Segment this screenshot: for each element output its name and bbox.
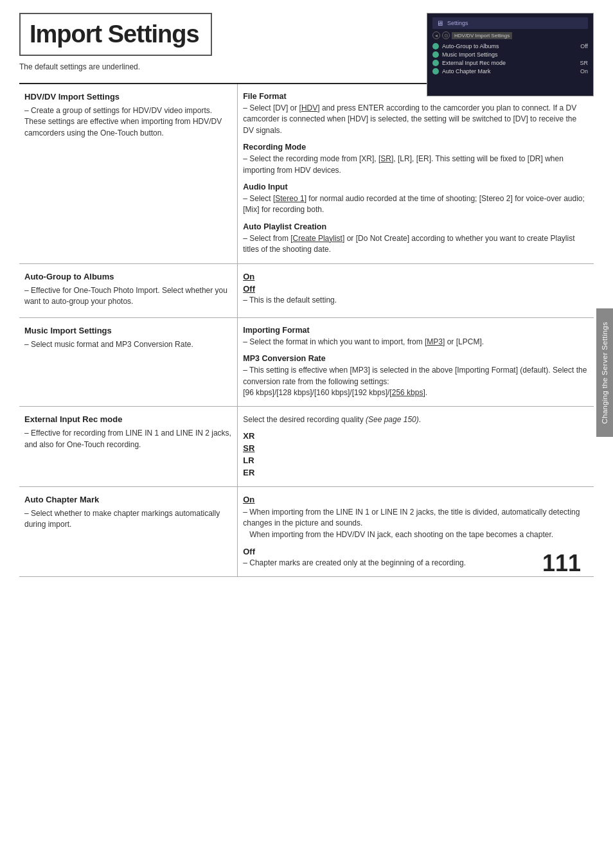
thumb-row-1: Music Import Settings: [432, 51, 588, 58]
option-xr: XR: [243, 431, 589, 441]
col-right-chapter: On – When importing from the LINE IN 1 o…: [238, 486, 594, 577]
option-sr: SR: [243, 443, 589, 453]
thumb-row-2: External Input Rec mode SR: [432, 60, 588, 66]
auto-playlist-body: – Select from [Create Playlist] or [Do N…: [243, 233, 589, 256]
page-number: 111: [542, 550, 581, 577]
side-tab: Changing the Server Settings: [596, 308, 613, 437]
option-on-label: On: [243, 272, 589, 281]
chapter-on-body: – When importing from the LINE IN 1 or L…: [243, 507, 589, 540]
thumb-row-3: Auto Chapter Mark On: [432, 68, 588, 75]
thumb-row-label-0: Auto-Group to Albums: [442, 43, 569, 49]
audio-input-heading: Audio Input: [243, 182, 589, 191]
auto-group-heading: Auto-Group to Albums: [24, 272, 232, 281]
thumb-row-icon-2: [432, 60, 439, 66]
thumb-row-value-3: On: [569, 68, 588, 75]
file-format-body: – Select [DV] or [HDV] and press ENTER a…: [243, 103, 589, 136]
ext-body: – Effective for recording from LINE IN 1…: [24, 428, 232, 450]
thumb-row-0: Auto-Group to Albums Off: [432, 43, 588, 49]
thumb-row-value-2: SR: [569, 60, 588, 66]
thumb-nav: ◂ ⊙ HDV/DV Import Settings: [432, 31, 588, 39]
mp3-rate-heading: MP3 Conversion Rate: [243, 354, 589, 363]
col-left-music: Music Import Settings – Select music for…: [19, 317, 238, 407]
settings-table: HDV/DV Import Settings – Create a group …: [19, 83, 594, 577]
thumb-row-label-1: Music Import Settings: [442, 51, 569, 58]
row-external-input: External Input Rec mode – Effective for …: [19, 407, 594, 486]
thumb-row-label-3: Auto Chapter Mark: [442, 68, 569, 75]
option-lr: LR: [243, 456, 589, 465]
option-er: ER: [243, 468, 589, 477]
row-auto-group: Auto-Group to Albums – Effective for One…: [19, 263, 594, 317]
side-tab-text: Changing the Server Settings: [601, 322, 609, 424]
thumb-row-value-0: Off: [569, 43, 588, 49]
thumb-nav-icon: ⊙: [442, 31, 450, 39]
chapter-heading: Auto Chapter Mark: [24, 495, 232, 504]
chapter-on-label: On: [243, 495, 589, 504]
music-heading: Music Import Settings: [24, 326, 232, 335]
col-right-music: Importing Format – Select the format in …: [238, 317, 594, 407]
thumb-row-label-2: External Input Rec mode: [442, 60, 569, 66]
col-left-auto-group: Auto-Group to Albums – Effective for One…: [19, 263, 238, 317]
thumb-row-icon-3: [432, 68, 439, 75]
music-body: – Select music format and MP3 Conversion…: [24, 339, 232, 350]
row-hdv-dv: HDV/DV Import Settings – Create a group …: [19, 84, 594, 263]
title-box: Import Settings: [19, 13, 212, 56]
row-auto-chapter: Auto Chapter Mark – Select whether to ma…: [19, 486, 594, 577]
auto-group-body: – Effective for One-Touch Photo Import. …: [24, 285, 232, 308]
thumb-title-bar: 🖥 Settings: [432, 17, 588, 29]
col-left-chapter: Auto Chapter Mark – Select whether to ma…: [19, 486, 238, 577]
thumb-hdv-label: HDV/DV Import Settings: [452, 32, 512, 39]
importing-format-heading: Importing Format: [243, 326, 589, 335]
thumb-row-icon-0: [432, 43, 439, 49]
mp3-rate-body: – This setting is effective when [MP3] i…: [243, 365, 589, 398]
col-right-auto-group: On Off – This is the default setting.: [238, 263, 594, 317]
chapter-off-body: – Chapter marks are created only at the …: [243, 558, 589, 569]
recording-mode-heading: Recording Mode: [243, 143, 589, 152]
row-music-import: Music Import Settings – Select music for…: [19, 317, 594, 407]
chapter-off-label: Off: [243, 547, 589, 556]
audio-input-body: – Select [Stereo 1] for normal audio rec…: [243, 193, 589, 216]
recording-mode-body: – Select the recording mode from [XR], […: [243, 154, 589, 176]
col-right-hdv: File Format – Select [DV] or [HDV] and p…: [238, 84, 594, 263]
thumb-row-icon-1: [432, 51, 439, 58]
ext-heading: External Input Rec mode: [24, 414, 232, 424]
chapter-body: – Select whether to make chapter marking…: [24, 508, 232, 531]
col-right-ext: Select the desired recording quality (Se…: [238, 407, 594, 486]
hdv-body: – Create a group of settings for HDV/DV …: [24, 105, 232, 139]
content-area: HDV/DV Import Settings – Create a group …: [19, 83, 594, 577]
option-off-label: Off: [243, 284, 589, 294]
importing-format-body: – Select the format in which you want to…: [243, 337, 589, 348]
ext-select-note: Select the desired recording quality (Se…: [243, 414, 589, 425]
page-wrapper: Import Settings 🖥 Settings ◂ ⊙ HDV/DV Im…: [0, 0, 613, 590]
col-left-hdv: HDV/DV Import Settings – Create a group …: [19, 84, 238, 263]
page-title: Import Settings: [30, 21, 199, 48]
auto-playlist-heading: Auto Playlist Creation: [243, 222, 589, 231]
screenshot-thumbnail: 🖥 Settings ◂ ⊙ HDV/DV Import Settings Au…: [427, 13, 594, 96]
thumb-settings-label: Settings: [447, 20, 468, 26]
thumb-nav-back: ◂: [432, 31, 440, 39]
hdv-heading: HDV/DV Import Settings: [24, 92, 232, 102]
col-left-ext: External Input Rec mode – Effective for …: [19, 407, 238, 486]
off-note: – This is the default setting.: [243, 295, 589, 306]
